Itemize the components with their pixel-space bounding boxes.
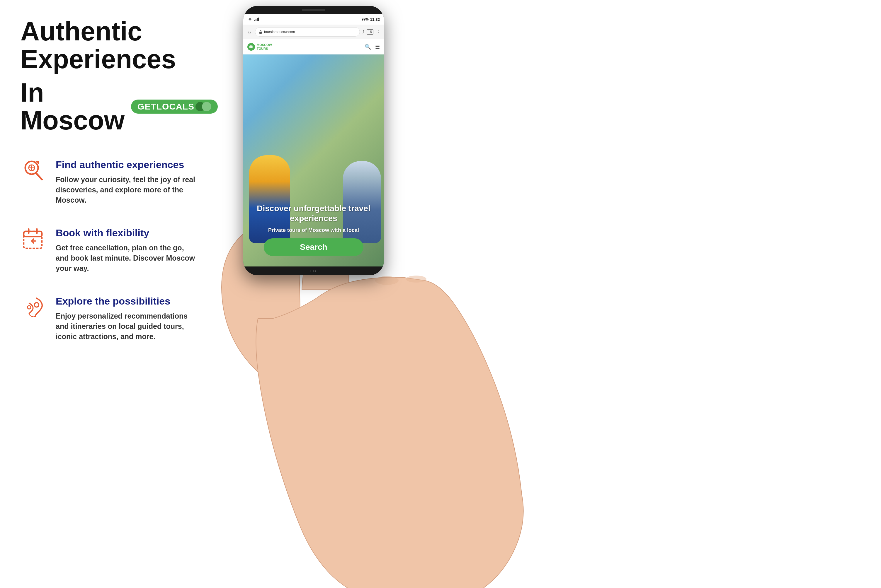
lock-icon (259, 30, 262, 34)
hero-section: Discover unforgettable travel experience… (243, 54, 384, 267)
hero-headline: Discover unforgettable travel experience… (248, 204, 379, 223)
phone-bottom: LG (243, 267, 384, 275)
svg-rect-17 (259, 32, 262, 34)
tabs-icon[interactable]: 16 (367, 29, 373, 34)
url-text: toursinmoscow.com (264, 30, 295, 34)
phone-frame: 99% 11:32 ⌂ toursinmoscow.com ⤴ 16 ⋮ (243, 6, 384, 275)
svg-point-10 (27, 305, 30, 309)
svg-rect-13 (254, 20, 255, 21)
svg-rect-15 (257, 18, 258, 21)
search-icon (21, 158, 47, 184)
phone-speaker (302, 9, 325, 11)
svg-point-11 (375, 276, 398, 285)
left-panel: Authentic Experiences In Moscow GETLOCAL… (0, 0, 229, 380)
feature-book-text: Book with flexibility Get free cancellat… (56, 226, 196, 273)
logo-icon (249, 45, 254, 49)
browser-bar: ⌂ toursinmoscow.com ⤴ 16 ⋮ (243, 25, 384, 39)
svg-rect-14 (256, 19, 256, 21)
getlocals-text: GETLOCALS (137, 102, 194, 111)
svg-rect-6 (24, 231, 42, 237)
feature-find: Find authentic experiences Follow your c… (21, 158, 211, 205)
feature-find-desc: Follow your curiosity, feel the joy of r… (56, 174, 196, 205)
logo-line1: MOSCOW (257, 43, 272, 46)
lg-logo: LG (310, 269, 317, 273)
svg-point-19 (250, 45, 253, 48)
feature-explore-title: Explore the possibilities (56, 296, 196, 307)
svg-point-9 (34, 303, 39, 307)
site-header-icons: 🔍 ☰ (365, 44, 380, 50)
browser-actions: ⤴ 16 ⋮ (362, 29, 381, 35)
status-left (247, 18, 259, 21)
logo-text: MOSCOW TOURS (257, 43, 272, 50)
logo-badge (247, 43, 255, 51)
share-icon[interactable]: ⤴ (362, 30, 364, 34)
title-line2: In Moscow (21, 79, 125, 134)
signal-icon (254, 18, 259, 21)
site-menu-icon[interactable]: ☰ (375, 44, 380, 50)
feature-book: Book with flexibility Get free cancellat… (21, 226, 211, 273)
feature-explore-desc: Enjoy personalized recommendations and i… (56, 311, 196, 342)
status-bar: 99% 11:32 (243, 14, 384, 25)
feature-find-text: Find authentic experiences Follow your c… (56, 158, 196, 205)
feature-explore-text: Explore the possibilities Enjoy personal… (56, 294, 196, 342)
calendar-icon (21, 226, 47, 252)
title-line1: Authentic Experiences (21, 18, 211, 73)
main-title: Authentic Experiences In Moscow GETLOCAL… (21, 18, 211, 134)
feature-book-title: Book with flexibility (56, 227, 196, 238)
status-right: 99% 11:32 (362, 17, 380, 22)
menu-icon[interactable]: ⋮ (376, 29, 381, 35)
wifi-icon (247, 18, 253, 21)
right-panel: 99% 11:32 ⌂ toursinmoscow.com ⤴ 16 ⋮ (229, 0, 881, 588)
phone-screen: 99% 11:32 ⌂ toursinmoscow.com ⤴ 16 ⋮ (243, 14, 384, 267)
feature-book-desc: Get free cancellation, plan on the go, a… (56, 243, 196, 273)
site-logo: MOSCOW TOURS (247, 43, 272, 51)
logo-line2: TOURS (257, 47, 272, 50)
getlocals-circles (195, 102, 211, 111)
site-header: MOSCOW TOURS 🔍 ☰ (243, 39, 384, 54)
home-icon[interactable]: ⌂ (246, 29, 253, 35)
feature-find-title: Find authentic experiences (56, 159, 196, 170)
title-area: Authentic Experiences In Moscow GETLOCAL… (21, 18, 211, 134)
hero-subtext: Private tours of Moscow with a local (248, 227, 379, 234)
svg-line-4 (36, 173, 42, 180)
search-button[interactable]: Search (264, 238, 364, 256)
url-bar[interactable]: toursinmoscow.com (255, 27, 360, 37)
feature-explore: Explore the possibilities Enjoy personal… (21, 294, 211, 342)
getlocals-badge: GETLOCALS (131, 99, 218, 114)
site-search-icon[interactable]: 🔍 (365, 44, 371, 50)
svg-point-12 (406, 276, 427, 283)
battery-text: 99% (362, 17, 369, 21)
phone-top-bar (243, 6, 384, 14)
circle-right (202, 102, 211, 111)
svg-rect-16 (258, 18, 259, 21)
hero-text-overlay: Discover unforgettable travel experience… (243, 204, 384, 256)
map-pin-icon (21, 294, 47, 320)
time-text: 11:32 (370, 17, 380, 22)
